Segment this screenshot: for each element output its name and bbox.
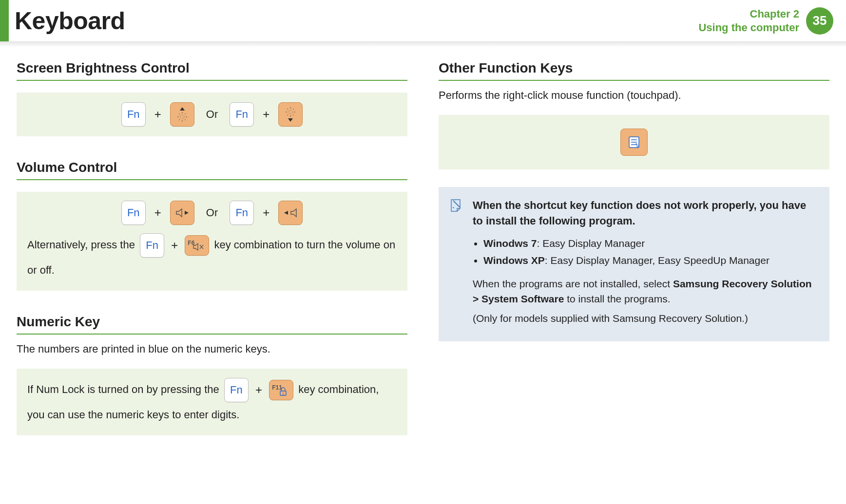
chapter-line-2: Using the computer: [698, 21, 799, 35]
svg-line-18: [293, 109, 294, 110]
page-number-badge: 35: [806, 7, 833, 35]
os-rest: : Easy Display Manager: [537, 238, 645, 249]
f11-label: F11: [272, 381, 282, 394]
svg-line-15: [287, 109, 288, 110]
right-column: Other Function Keys Performs the right-c…: [439, 60, 829, 435]
mute-key-icon: F6: [185, 235, 209, 256]
note-paragraph: When the programs are not installed, sel…: [473, 276, 817, 307]
svg-line-6: [179, 113, 180, 114]
numeric-intro: The numbers are printed in blue on the n…: [17, 341, 407, 357]
brightness-up-key-icon: [170, 102, 194, 127]
plus-operator: +: [154, 104, 161, 125]
svg-line-17: [287, 114, 288, 115]
fn-key: Fn: [121, 201, 146, 225]
chapter-line-1: Chapter 2: [698, 7, 799, 21]
page-title: Keyboard: [15, 7, 125, 35]
fn-key: Fn: [230, 201, 254, 225]
os-name: Windows XP: [483, 255, 545, 266]
volume-panel: Fn + Or Fn +: [17, 192, 407, 291]
plus-operator: +: [154, 202, 161, 223]
other-intro: Performs the right-click mouse function …: [439, 88, 829, 103]
note-p1a: When the programs are not installed, sel…: [473, 278, 673, 289]
svg-point-1: [180, 115, 184, 119]
svg-marker-21: [284, 211, 288, 215]
section-volume: Volume Control: [17, 160, 407, 180]
numlock-key-icon: F11 1: [269, 380, 293, 400]
svg-line-7: [185, 119, 186, 120]
brightness-down-key-icon: [278, 102, 303, 127]
volume-down-key-icon: [278, 201, 303, 225]
numlock-text-before: If Num Lock is turned on by pressing the: [27, 383, 222, 395]
header-left: Keyboard: [0, 0, 125, 41]
svg-marker-19: [288, 118, 293, 122]
note-icon: [449, 198, 464, 212]
note-box: When the shortcut key function does not …: [439, 187, 829, 341]
chapter-label: Chapter 2 Using the computer: [698, 7, 799, 34]
context-menu-key-icon: [620, 129, 648, 156]
numeric-panel: If Num Lock is turned on by pressing the…: [17, 369, 407, 435]
plus-operator: +: [255, 377, 262, 403]
note-list-item: Winodws 7: Easy Display Manager: [483, 236, 817, 251]
section-numeric: Numeric Key: [17, 314, 407, 335]
page-header: Keyboard Chapter 2 Using the computer 35: [0, 0, 846, 42]
other-panel: [439, 115, 829, 169]
header-accent-bar: [0, 0, 9, 41]
or-label: Or: [206, 203, 218, 223]
svg-point-10: [288, 110, 292, 114]
os-rest: : Easy Display Manager, Easy SpeedUp Man…: [545, 255, 769, 266]
f6-label: F6: [188, 237, 194, 249]
fn-key: Fn: [230, 102, 254, 127]
svg-line-16: [293, 114, 294, 115]
section-brightness: Screen Brightness Control: [17, 60, 407, 81]
plus-operator: +: [171, 233, 178, 259]
volume-alt-text-before: Alternatively, press the: [27, 239, 138, 251]
svg-marker-0: [180, 107, 185, 111]
plus-operator: +: [263, 202, 269, 223]
note-title: When the shortcut key function does not …: [473, 198, 817, 229]
header-right: Chapter 2 Using the computer 35: [698, 7, 846, 35]
svg-text:1: 1: [282, 392, 284, 395]
note-list-item: Windows XP: Easy Display Manager, Easy S…: [483, 253, 817, 268]
fn-key: Fn: [121, 102, 146, 127]
note-paragraph-2: (Only for models supplied with Samsung R…: [473, 311, 817, 326]
fn-key: Fn: [140, 233, 164, 258]
fn-key: Fn: [224, 378, 249, 402]
os-name: Winodws 7: [483, 238, 537, 249]
plus-operator: +: [263, 104, 269, 125]
svg-marker-20: [185, 211, 189, 215]
or-label: Or: [206, 105, 218, 124]
note-list: Winodws 7: Easy Display Manager Windows …: [473, 236, 817, 268]
svg-line-9: [185, 113, 186, 114]
brightness-panel: Fn + Or Fn +: [17, 93, 407, 136]
left-column: Screen Brightness Control Fn +: [17, 60, 407, 435]
section-other: Other Function Keys: [439, 60, 829, 81]
volume-up-key-icon: [170, 201, 194, 225]
svg-line-8: [179, 119, 180, 120]
note-p1c: to install the programs.: [564, 293, 670, 304]
